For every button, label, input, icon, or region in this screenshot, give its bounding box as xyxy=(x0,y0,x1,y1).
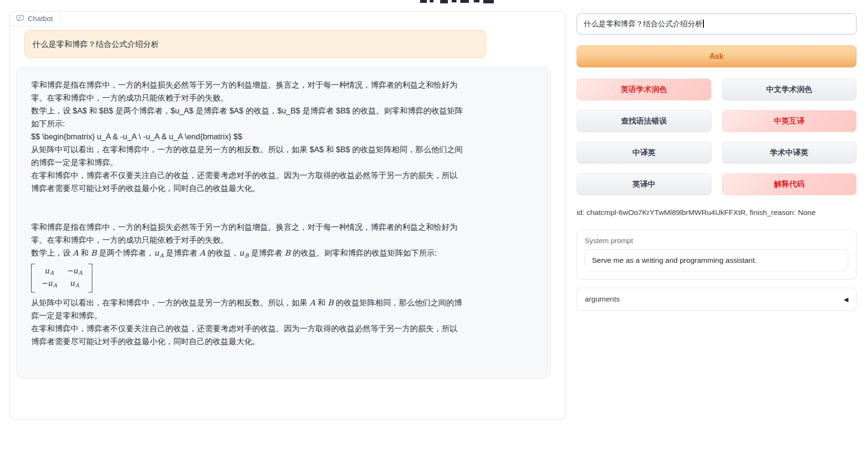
chatbot-panel: Chatbot 什么是零和博弈？结合公式介绍分析 零和博弈是指在博弈中，一方的利… xyxy=(10,11,566,420)
question-input[interactable]: 什么是零和博弈？结合公式介绍分析 xyxy=(577,13,857,34)
quick-button-zh-to-en[interactable]: 中译英 xyxy=(577,142,712,164)
quick-button-en-to-zh[interactable]: 英译中 xyxy=(577,173,712,195)
payoff-matrix: uA −uA −uA uA xyxy=(31,264,92,292)
bot-paragraph: 零和博弈是指在博弈中，一方的利益损失必然等于另一方的利益增益。换言之，对于每一种… xyxy=(31,79,464,104)
math-var: B xyxy=(328,298,334,307)
control-column: 什么是零和博弈？结合公式介绍分析 Ask 英语学术润色 中文学术润色 查找语法错… xyxy=(577,13,857,311)
math-subscript: A xyxy=(160,252,164,259)
user-message-text: 什么是零和博弈？结合公式介绍分析 xyxy=(33,40,159,48)
bot-message: 零和博弈是指在博弈中，一方的利益损失必然等于另一方的利益增益。换言之，对于每一种… xyxy=(16,67,551,379)
paragraph-gap xyxy=(31,195,464,221)
bot-message-text: 零和博弈是指在博弈中，一方的利益损失必然等于另一方的利益增益。换言之，对于每一种… xyxy=(31,79,464,348)
math-var: B xyxy=(285,248,290,258)
arguments-accordion[interactable]: arguments ◀ xyxy=(577,288,857,311)
quick-button-zh-en-mutual-translate[interactable]: 中英互译 xyxy=(722,110,857,132)
math-var: u xyxy=(239,248,245,258)
system-prompt-label: System prompt xyxy=(585,236,848,245)
bot-paragraph: 零和博弈是指在博弈中，一方的利益损失必然等于另一方的利益增益。换言之，对于每一种… xyxy=(31,221,464,247)
bot-paragraph: 数学上，设 $A$ 和 $B$ 是两个博弈者，$u_A$ 是博弈者 $A$ 的收… xyxy=(31,104,464,130)
status-line: id: chatcmpl-6wOo7KrYTwMl89lbrMWRu4UkFFX… xyxy=(577,208,857,217)
user-message: 什么是零和博弈？结合公式介绍分析 xyxy=(24,30,486,58)
matrix-right-bracket xyxy=(89,264,92,292)
math-var: A xyxy=(200,248,205,258)
math-var: A xyxy=(73,248,78,258)
quick-actions-grid: 英语学术润色 中文学术润色 查找语法错误 中英互译 中译英 学术中译英 英译中 … xyxy=(577,79,857,195)
chatbot-label: Chatbot xyxy=(10,11,61,26)
math-var: u xyxy=(154,248,159,258)
quick-button-find-grammar-errors[interactable]: 查找语法错误 xyxy=(577,110,712,132)
ask-button[interactable]: Ask xyxy=(577,45,857,67)
chatbot-label-text: Chatbot xyxy=(28,14,53,22)
accordion-collapse-icon: ◀ xyxy=(844,296,848,303)
bot-paragraph-with-math: 从矩阵中可以看出，在零和博弈中，一方的收益是另一方的相反数。所以，如果 A 和 … xyxy=(31,296,464,322)
matrix-left-bracket xyxy=(31,264,35,292)
math-var: A xyxy=(310,298,315,307)
bot-paragraph: 从矩阵中可以看出，在零和博弈中，一方的收益是另一方的相反数。所以，如果 $A$ … xyxy=(31,143,464,169)
clipped-page-title xyxy=(420,0,500,4)
bot-paragraph-with-math: 数学上，设 A 和 B 是两个博弈者，uA 是博弈者 A 的收益，uB 是博弈者… xyxy=(31,247,464,262)
system-prompt-box: System prompt Serve me as a writing and … xyxy=(577,230,857,280)
quick-button-english-academic-polish[interactable]: 英语学术润色 xyxy=(577,79,712,101)
quick-button-chinese-academic-polish[interactable]: 中文学术润色 xyxy=(722,79,857,101)
chat-bubble-icon xyxy=(16,15,24,22)
bot-paragraph: 在零和博弈中，博弈者不仅要关注自己的收益，还需要考虑对手的收益。因为一方取得的收… xyxy=(31,169,464,195)
system-prompt-input[interactable]: Serve me as a writing and programming as… xyxy=(585,249,848,271)
arguments-accordion-label: arguments xyxy=(585,295,620,303)
quick-button-academic-zh-to-en[interactable]: 学术中译英 xyxy=(722,142,857,164)
bot-paragraph: 在零和博弈中，博弈者不仅要关注自己的收益，还需要考虑对手的收益。因为一方取得的收… xyxy=(31,322,464,348)
latex-source-line: $$ \begin{bmatrix} u_A & -u_A \ -u_A & u… xyxy=(31,130,464,143)
question-input-value: 什么是零和博弈？结合公式介绍分析 xyxy=(584,20,702,28)
system-prompt-value: Serve me as a writing and programming as… xyxy=(592,256,757,264)
text-cursor xyxy=(703,20,704,28)
math-var: B xyxy=(91,248,97,258)
quick-button-explain-code[interactable]: 解释代码 xyxy=(722,173,857,195)
math-subscript: B xyxy=(245,252,248,259)
